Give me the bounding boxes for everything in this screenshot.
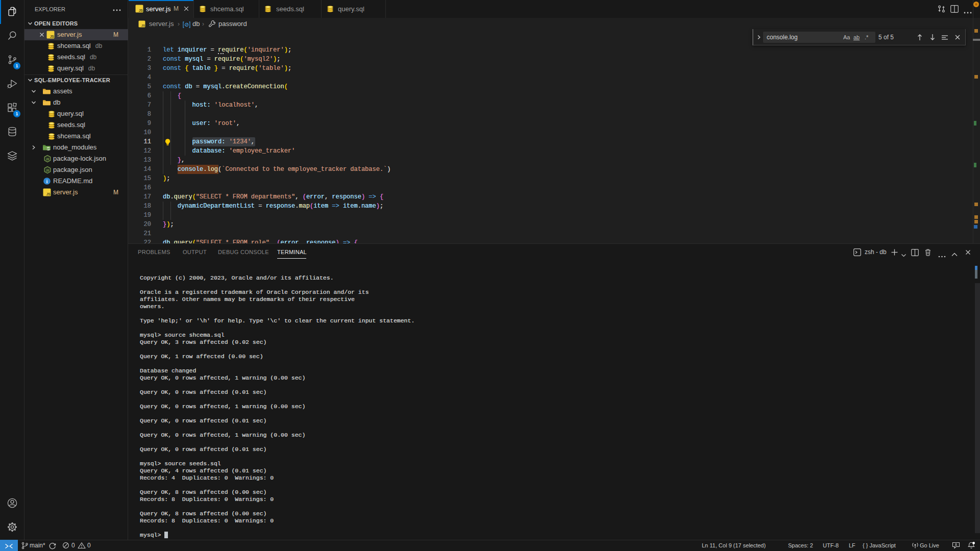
- svg-text:JS: JS: [46, 169, 50, 172]
- svg-text:JS: JS: [46, 192, 51, 196]
- svg-text:JS: JS: [141, 24, 145, 27]
- svg-text:JS: JS: [46, 158, 50, 161]
- svg-text:JS: JS: [50, 35, 55, 38]
- svg-text:JS: JS: [139, 9, 143, 12]
- svg-text:npm: npm: [46, 147, 51, 150]
- svg-text:i: i: [46, 179, 48, 184]
